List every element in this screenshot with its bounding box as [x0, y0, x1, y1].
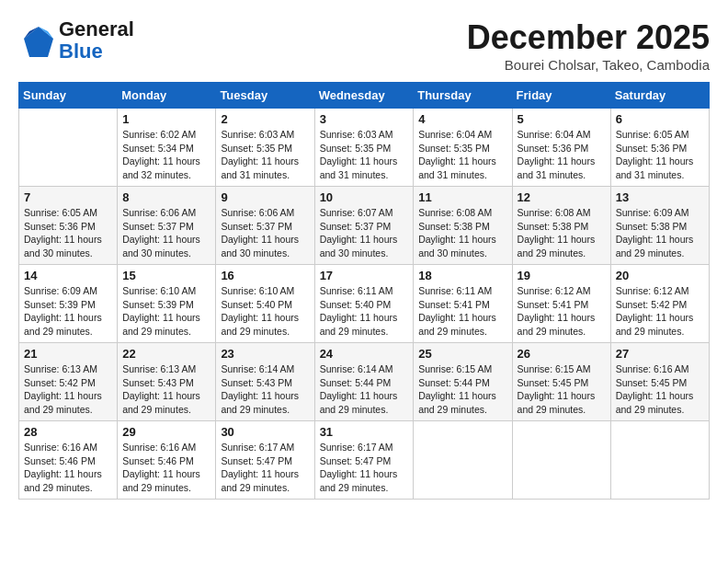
day-info: Sunrise: 6:16 AMSunset: 5:46 PMDaylight:… — [122, 441, 210, 495]
day-number: 26 — [518, 347, 606, 361]
day-number: 2 — [221, 112, 309, 126]
day-number: 25 — [418, 347, 506, 361]
day-info: Sunrise: 6:10 AMSunset: 5:40 PMDaylight:… — [221, 284, 309, 339]
calendar-cell: 10Sunrise: 6:07 AMSunset: 5:37 PMDayligh… — [314, 187, 414, 265]
day-number: 7 — [24, 190, 112, 204]
calendar-week-row: 7Sunrise: 6:05 AMSunset: 5:36 PMDaylight… — [19, 187, 710, 265]
day-number: 13 — [616, 190, 704, 204]
day-number: 19 — [518, 269, 606, 282]
day-number: 12 — [518, 190, 606, 204]
calendar-week-row: 21Sunrise: 6:13 AMSunset: 5:42 PMDayligh… — [19, 343, 710, 421]
weekday-header: Tuesday — [216, 83, 314, 109]
calendar-cell: 18Sunrise: 6:11 AMSunset: 5:41 PMDayligh… — [414, 265, 512, 343]
logo-line1: General — [59, 18, 134, 40]
calendar: SundayMondayTuesdayWednesdayThursdayFrid… — [18, 82, 710, 500]
day-info: Sunrise: 6:10 AMSunset: 5:39 PMDaylight:… — [122, 284, 210, 339]
day-number: 21 — [24, 347, 112, 361]
calendar-cell: 19Sunrise: 6:12 AMSunset: 5:41 PMDayligh… — [512, 265, 610, 343]
calendar-cell: 14Sunrise: 6:09 AMSunset: 5:39 PMDayligh… — [19, 265, 118, 343]
calendar-cell — [19, 109, 118, 187]
day-number: 5 — [518, 112, 606, 126]
day-number: 22 — [122, 347, 210, 361]
day-info: Sunrise: 6:05 AMSunset: 5:36 PMDaylight:… — [24, 206, 112, 260]
weekday-header: Saturday — [610, 83, 709, 109]
day-info: Sunrise: 6:04 AMSunset: 5:36 PMDaylight:… — [518, 128, 606, 182]
day-info: Sunrise: 6:03 AMSunset: 5:35 PMDaylight:… — [221, 128, 309, 182]
day-number: 8 — [122, 190, 210, 204]
calendar-cell: 12Sunrise: 6:08 AMSunset: 5:38 PMDayligh… — [512, 187, 610, 265]
calendar-cell: 23Sunrise: 6:14 AMSunset: 5:43 PMDayligh… — [216, 343, 314, 421]
calendar-week-row: 28Sunrise: 6:16 AMSunset: 5:46 PMDayligh… — [19, 421, 710, 500]
day-info: Sunrise: 6:06 AMSunset: 5:37 PMDaylight:… — [221, 206, 309, 260]
day-info: Sunrise: 6:07 AMSunset: 5:37 PMDaylight:… — [320, 206, 409, 260]
page-header: General Blue December 2025 Bourei Cholsa… — [18, 18, 710, 73]
day-number: 14 — [24, 269, 112, 282]
day-info: Sunrise: 6:06 AMSunset: 5:37 PMDaylight:… — [122, 206, 210, 260]
calendar-cell: 24Sunrise: 6:14 AMSunset: 5:44 PMDayligh… — [314, 343, 414, 421]
calendar-cell: 17Sunrise: 6:11 AMSunset: 5:40 PMDayligh… — [314, 265, 414, 343]
day-number: 30 — [221, 425, 309, 439]
day-number: 20 — [616, 269, 704, 282]
day-info: Sunrise: 6:15 AMSunset: 5:45 PMDaylight:… — [518, 362, 606, 417]
day-info: Sunrise: 6:12 AMSunset: 5:41 PMDaylight:… — [518, 284, 606, 339]
calendar-week-row: 1Sunrise: 6:02 AMSunset: 5:34 PMDaylight… — [19, 109, 710, 187]
day-info: Sunrise: 6:13 AMSunset: 5:42 PMDaylight:… — [24, 362, 112, 417]
calendar-header-row: SundayMondayTuesdayWednesdayThursdayFrid… — [19, 83, 710, 109]
day-number: 17 — [320, 269, 409, 282]
day-info: Sunrise: 6:03 AMSunset: 5:35 PMDaylight:… — [320, 128, 409, 182]
calendar-cell: 2Sunrise: 6:03 AMSunset: 5:35 PMDaylight… — [216, 109, 314, 187]
calendar-cell: 9Sunrise: 6:06 AMSunset: 5:37 PMDaylight… — [216, 187, 314, 265]
day-number: 18 — [418, 269, 506, 282]
day-info: Sunrise: 6:08 AMSunset: 5:38 PMDaylight:… — [418, 206, 506, 260]
calendar-cell: 29Sunrise: 6:16 AMSunset: 5:46 PMDayligh… — [118, 421, 216, 500]
day-info: Sunrise: 6:12 AMSunset: 5:42 PMDaylight:… — [616, 284, 704, 339]
calendar-cell: 1Sunrise: 6:02 AMSunset: 5:34 PMDaylight… — [118, 109, 216, 187]
day-number: 3 — [320, 112, 409, 126]
day-info: Sunrise: 6:11 AMSunset: 5:40 PMDaylight:… — [320, 284, 409, 339]
logo-icon — [18, 22, 55, 59]
day-info: Sunrise: 6:16 AMSunset: 5:46 PMDaylight:… — [24, 441, 112, 495]
calendar-cell: 3Sunrise: 6:03 AMSunset: 5:35 PMDaylight… — [314, 109, 414, 187]
day-info: Sunrise: 6:04 AMSunset: 5:35 PMDaylight:… — [418, 128, 506, 182]
calendar-cell: 21Sunrise: 6:13 AMSunset: 5:42 PMDayligh… — [19, 343, 118, 421]
day-number: 24 — [320, 347, 409, 361]
day-number: 1 — [122, 112, 210, 126]
calendar-cell — [512, 421, 610, 500]
weekday-header: Thursday — [414, 83, 512, 109]
calendar-cell: 6Sunrise: 6:05 AMSunset: 5:36 PMDaylight… — [610, 109, 709, 187]
calendar-cell: 31Sunrise: 6:17 AMSunset: 5:47 PMDayligh… — [314, 421, 414, 500]
location: Bourei Cholsar, Takeo, Cambodia — [467, 57, 710, 73]
calendar-cell: 30Sunrise: 6:17 AMSunset: 5:47 PMDayligh… — [216, 421, 314, 500]
day-number: 9 — [221, 190, 309, 204]
calendar-cell: 15Sunrise: 6:10 AMSunset: 5:39 PMDayligh… — [118, 265, 216, 343]
day-number: 15 — [122, 269, 210, 282]
calendar-cell: 22Sunrise: 6:13 AMSunset: 5:43 PMDayligh… — [118, 343, 216, 421]
calendar-cell: 25Sunrise: 6:15 AMSunset: 5:44 PMDayligh… — [414, 343, 512, 421]
weekday-header: Friday — [512, 83, 610, 109]
weekday-header: Wednesday — [314, 83, 414, 109]
day-number: 4 — [418, 112, 506, 126]
day-info: Sunrise: 6:15 AMSunset: 5:44 PMDaylight:… — [418, 362, 506, 417]
day-info: Sunrise: 6:17 AMSunset: 5:47 PMDaylight:… — [221, 441, 309, 495]
day-number: 27 — [616, 347, 704, 361]
calendar-cell: 5Sunrise: 6:04 AMSunset: 5:36 PMDaylight… — [512, 109, 610, 187]
calendar-cell: 11Sunrise: 6:08 AMSunset: 5:38 PMDayligh… — [414, 187, 512, 265]
day-info: Sunrise: 6:17 AMSunset: 5:47 PMDaylight:… — [320, 441, 409, 495]
logo: General Blue — [18, 18, 134, 63]
day-info: Sunrise: 6:13 AMSunset: 5:43 PMDaylight:… — [122, 362, 210, 417]
calendar-cell — [414, 421, 512, 500]
day-number: 16 — [221, 269, 309, 282]
calendar-cell: 20Sunrise: 6:12 AMSunset: 5:42 PMDayligh… — [610, 265, 709, 343]
svg-marker-0 — [24, 27, 53, 57]
weekday-header: Monday — [118, 83, 216, 109]
day-number: 28 — [24, 425, 112, 439]
day-number: 6 — [616, 112, 704, 126]
calendar-cell: 28Sunrise: 6:16 AMSunset: 5:46 PMDayligh… — [19, 421, 118, 500]
day-info: Sunrise: 6:14 AMSunset: 5:44 PMDaylight:… — [320, 362, 409, 417]
title-area: December 2025 Bourei Cholsar, Takeo, Cam… — [467, 18, 710, 73]
day-info: Sunrise: 6:11 AMSunset: 5:41 PMDaylight:… — [418, 284, 506, 339]
calendar-cell: 7Sunrise: 6:05 AMSunset: 5:36 PMDaylight… — [19, 187, 118, 265]
calendar-cell: 13Sunrise: 6:09 AMSunset: 5:38 PMDayligh… — [610, 187, 709, 265]
calendar-cell: 4Sunrise: 6:04 AMSunset: 5:35 PMDaylight… — [414, 109, 512, 187]
logo-line2: Blue — [59, 40, 134, 63]
